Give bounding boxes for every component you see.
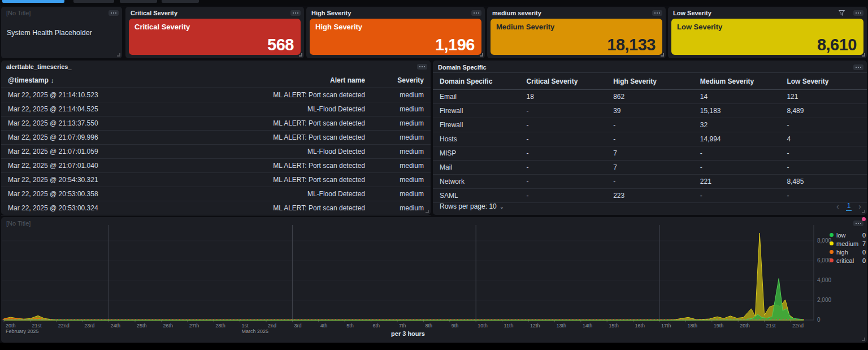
timeseries-chart[interactable]: 02,0004,0006,0008,00020thFebruary 202521…: [1, 217, 867, 343]
domain-table-row[interactable]: Mail - 7 - -: [433, 161, 867, 175]
notification-dot: [862, 217, 866, 221]
metric-label: High Severity: [315, 23, 476, 31]
domain-name: Firewall: [433, 121, 520, 129]
column-header[interactable]: Domain Specific: [433, 77, 520, 85]
medium-severity-metric[interactable]: Medium Severity 18,133: [491, 19, 662, 55]
alert-name: ML ALERT: Port scan detected: [183, 162, 365, 170]
panel-title: [No Title]: [6, 10, 31, 16]
alert-severity: medium: [365, 162, 424, 170]
critical-severity-metric[interactable]: Critical Severity 568: [129, 19, 301, 55]
panel-menu-button[interactable]: [417, 64, 427, 70]
svg-text:0: 0: [817, 317, 821, 323]
filter-icon[interactable]: [839, 10, 845, 16]
alert-table-row[interactable]: Mar 22, 2025 @ 21:07:01.040 ML ALERT: Po…: [1, 159, 431, 173]
ellipsis-icon: [858, 67, 859, 68]
critical-count: -: [520, 107, 607, 115]
alert-table-row[interactable]: Mar 22, 2025 @ 21:13:37.550 ML ALERT: Po…: [1, 116, 431, 131]
resize-handle[interactable]: [661, 53, 664, 57]
medium-count: 221: [693, 178, 780, 185]
high-count: 7: [606, 163, 693, 171]
column-header[interactable]: Critical Severity: [520, 77, 607, 85]
alert-table-row[interactable]: Mar 22, 2025 @ 20:54:30.321 ML ALERT: Po…: [1, 173, 431, 187]
metric-value: 18,133: [607, 36, 656, 54]
domain-table-row[interactable]: SAML - 223 - -: [433, 189, 867, 203]
column-header-timestamp[interactable]: @timestamp↓: [8, 76, 183, 84]
panel-menu-button[interactable]: [290, 10, 301, 16]
resize-handle[interactable]: [299, 53, 302, 57]
high-severity-metric[interactable]: High Severity 1,196: [310, 19, 481, 55]
panel-menu-button[interactable]: [108, 10, 119, 16]
page-1-button[interactable]: 1: [846, 202, 852, 211]
alert-name: ML ALERT: Port scan detected: [183, 133, 365, 141]
legend-item[interactable]: critical 0: [830, 256, 866, 265]
svg-text:10th: 10th: [478, 323, 488, 329]
legend-item[interactable]: high 0: [830, 248, 866, 256]
panel-header: alerttable_timeseries_: [1, 61, 431, 72]
svg-text:4th: 4th: [320, 323, 328, 329]
legend-item[interactable]: medium 7: [830, 239, 866, 248]
resize-handle[interactable]: [426, 210, 429, 213]
ellipsis-icon: [858, 12, 859, 14]
alert-severity: medium: [365, 91, 424, 99]
alert-table-row[interactable]: Mar 22, 2025 @ 21:07:09.996 ML ALERT: Po…: [1, 131, 431, 145]
resize-handle[interactable]: [862, 338, 865, 341]
low-severity-metric[interactable]: Low Severity 8,610: [671, 19, 863, 55]
svg-text:16th: 16th: [635, 323, 645, 329]
alert-table-row[interactable]: Mar 22, 2025 @ 20:53:00.324 ML ALERT: Po…: [1, 201, 431, 215]
domain-table-row[interactable]: Firewall - - 32 -: [433, 118, 867, 132]
alert-table-row[interactable]: Mar 22, 2025 @ 21:14:04.525 ML-Flood Det…: [1, 102, 431, 116]
alert-severity: medium: [365, 190, 424, 198]
next-page-button[interactable]: ›: [858, 202, 861, 211]
low-count: -: [780, 121, 867, 129]
high-count: 862: [606, 93, 693, 101]
domain-table-row[interactable]: MISP - 7 - -: [433, 146, 867, 161]
panel-header: Domain Specific: [433, 61, 867, 73]
alert-timestamp: Mar 22, 2025 @ 20:53:00.324: [8, 204, 183, 212]
panel-menu-button[interactable]: [471, 10, 481, 16]
legend-item[interactable]: low 0: [830, 231, 866, 239]
active-tab-indicator[interactable]: [2, 0, 64, 3]
alert-timestamp: Mar 22, 2025 @ 21:13:37.550: [8, 119, 183, 127]
panel-menu-button[interactable]: [853, 10, 863, 16]
ellipsis-icon: [111, 12, 112, 14]
tab-stub[interactable]: [73, 0, 114, 3]
column-header[interactable]: Medium Severity: [693, 77, 780, 85]
sort-desc-icon[interactable]: ↓: [51, 77, 54, 84]
resize-handle[interactable]: [862, 53, 865, 57]
column-header-severity[interactable]: Severity: [365, 76, 424, 84]
resize-handle[interactable]: [862, 210, 865, 213]
resize-handle[interactable]: [480, 53, 483, 57]
panel-header: medium severity: [487, 7, 666, 18]
panel-menu-button[interactable]: [853, 221, 863, 226]
previous-page-button[interactable]: ‹: [836, 202, 839, 211]
column-header[interactable]: Low Severity: [780, 77, 867, 85]
alert-table-row[interactable]: Mar 22, 2025 @ 21:07:01.059 ML-Flood Det…: [1, 145, 431, 159]
resize-handle[interactable]: [117, 53, 120, 57]
domain-table-row[interactable]: Firewall - 39 15,183 8,489: [433, 104, 867, 118]
domain-table-row[interactable]: Email 18 862 14 121: [433, 90, 867, 104]
domain-name: Network: [433, 178, 520, 185]
tab-stub[interactable]: [162, 0, 199, 3]
domain-table-row[interactable]: Hosts - - 14,994 4: [433, 132, 867, 146]
panel-title: alerttable_timeseries_: [6, 63, 72, 70]
critical-count: -: [520, 163, 607, 171]
panel-menu-button[interactable]: [853, 64, 863, 70]
tab-stub[interactable]: [120, 0, 157, 3]
column-header[interactable]: High Severity: [606, 77, 693, 85]
rows-per-page-button[interactable]: Rows per page: 10 ⌄: [440, 202, 504, 210]
panel-menu-button[interactable]: [652, 10, 662, 16]
low-count: 4: [780, 135, 867, 143]
system-health-placeholder-text: System Health Placeholder: [7, 29, 92, 37]
ellipsis-icon: [657, 12, 658, 14]
svg-text:13th: 13th: [556, 323, 566, 329]
column-header-alert-name[interactable]: Alert name: [183, 76, 365, 84]
domain-table-row[interactable]: Network - - 221 8,485: [433, 175, 867, 189]
panel-title: High Severity: [311, 10, 351, 16]
legend-label: medium: [836, 240, 860, 247]
alert-table-row[interactable]: Mar 22, 2025 @ 20:53:00.358 ML-Flood Det…: [1, 187, 431, 201]
svg-text:28th: 28th: [215, 323, 225, 329]
high-severity-panel: High Severity High Severity 1,196: [306, 7, 485, 58]
alert-table-row[interactable]: Mar 22, 2025 @ 21:14:10.523 ML ALERT: Po…: [1, 88, 431, 102]
legend-dot-icon: [830, 233, 834, 237]
svg-text:15th: 15th: [609, 323, 619, 329]
